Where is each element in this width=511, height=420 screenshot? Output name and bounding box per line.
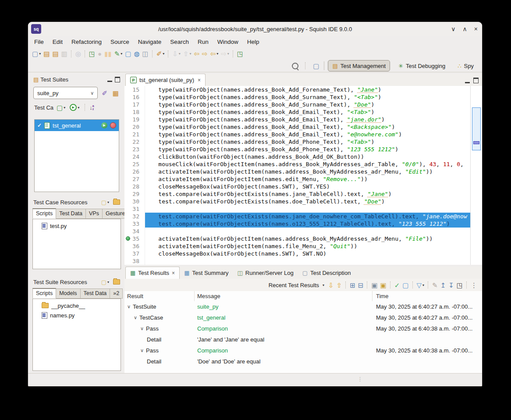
result-row[interactable]: ∨TestSuitesuite_pyMay 30, 2025 at 6:40:2…: [124, 301, 482, 312]
code-line-33[interactable]: 33 test.compare(waitForObjectExists(name…: [124, 220, 471, 228]
code-line-37[interactable]: 37 closeMessageBox(waitForObject(names.S…: [124, 250, 471, 257]
code-line-23[interactable]: 23 type(waitForObject(names.address_Book…: [124, 146, 471, 153]
code-line-24[interactable]: 24 clickButton(waitForObject(names.addre…: [124, 153, 471, 160]
maximize-panel-icon[interactable]: [115, 77, 120, 82]
sort-az-icon[interactable]: ↓az: [89, 104, 94, 111]
import-results-icon[interactable]: ↧: [447, 280, 455, 290]
inspect-icon[interactable]: ◎: [74, 49, 82, 59]
suite-settings-icon[interactable]: ✐: [100, 88, 109, 98]
highlighter-icon[interactable]: ✐▾: [155, 49, 166, 59]
tab-runner-server-log[interactable]: ◫Runner/Server Log: [233, 267, 298, 279]
save-icon[interactable]: ▥: [60, 49, 69, 59]
code-line-18[interactable]: 18 type(waitForObject(names.address_Book…: [124, 108, 471, 116]
column-result[interactable]: Result: [124, 291, 195, 301]
dropdown-arrow-icon[interactable]: ▾: [163, 52, 164, 56]
menu-window[interactable]: Window: [213, 37, 243, 46]
edit-pen-icon[interactable]: ✎▾: [113, 49, 124, 59]
check-icon[interactable]: ✓: [37, 122, 42, 128]
result-row[interactable]: Detail'Doe' and 'Doe' are equal: [124, 356, 482, 367]
code-line-29[interactable]: 29 test.compare(waitForObjectExists(name…: [124, 190, 471, 198]
new-report-icon[interactable]: ▢: [401, 280, 410, 290]
record-test-case-icon[interactable]: [110, 122, 116, 128]
close-button[interactable]: ×: [474, 25, 478, 32]
overview-ruler[interactable]: [470, 86, 482, 265]
filter-icon[interactable]: ▽▾: [415, 280, 426, 290]
pause-icon[interactable]: ▮▮: [103, 49, 113, 59]
code-line-25[interactable]: 25 mouseClick(waitForObjectItem(names.ad…: [124, 160, 471, 168]
next-edit-location-icon[interactable]: ⇨: [201, 49, 209, 59]
list-item-names-py[interactable]: names.py: [33, 310, 121, 320]
record-test-case-icon[interactable]: ▤: [51, 49, 60, 59]
code-line-38[interactable]: 38: [124, 257, 471, 265]
code-line-34[interactable]: 34: [124, 228, 471, 235]
previous-failure-icon[interactable]: ⇧: [335, 280, 344, 290]
record-test-suite-icon[interactable]: ▤: [42, 49, 51, 59]
tab-vps[interactable]: VPs: [86, 209, 103, 219]
code-line-22[interactable]: 22 type(waitForObject(names.address_Book…: [124, 138, 471, 146]
result-row[interactable]: ∨TestCasetst_generalMay 30, 2025 at 6:40…: [124, 312, 482, 323]
breakpoint-icon[interactable]: [126, 236, 130, 241]
dropdown-arrow-icon[interactable]: ▾: [39, 52, 41, 56]
record-icon[interactable]: ●: [96, 49, 103, 59]
result-row[interactable]: ∨PassComparisonMay 30, 2025 at 6:40:38 a…: [124, 345, 482, 356]
maximize-button[interactable]: ∧: [463, 25, 467, 32]
code-editor[interactable]: 15 type(waitForObject(names.address_Book…: [124, 86, 471, 265]
open-perspective-icon[interactable]: ▢: [312, 61, 320, 71]
recent-test-results-dropdown[interactable]: Recent Test Results ▾: [269, 282, 324, 288]
code-line-16[interactable]: 16 type(waitForObject(names.address_Book…: [124, 93, 471, 101]
menu-refactoring[interactable]: Refactoring: [67, 37, 106, 46]
new-wizard-icon[interactable]: ▢: [124, 49, 132, 59]
suite-config-icon[interactable]: ▦: [111, 88, 120, 98]
test-case-row-tst-general[interactable]: ✓ tst_general ▶: [35, 120, 119, 131]
new-test-case-icon[interactable]: ▢▾: [55, 103, 67, 112]
code-line-20[interactable]: 20 type(waitForObject(names.address_Book…: [124, 123, 471, 131]
menu-file[interactable]: File: [30, 37, 48, 46]
result-row[interactable]: ∨PassComparisonMay 30, 2025 at 6:40:38 a…: [124, 323, 482, 334]
show-screenshots-icon[interactable]: ▣: [370, 280, 379, 290]
menu-navigate[interactable]: Navigate: [134, 37, 166, 46]
dropdown-arrow-icon[interactable]: ▾: [189, 52, 191, 56]
back-history-icon[interactable]: ⇦▾: [209, 49, 220, 59]
menu-source[interactable]: Source: [106, 37, 134, 46]
chevron-down-icon[interactable]: ∨: [127, 304, 131, 310]
dropdown-arrow-icon[interactable]: ▾: [422, 283, 424, 287]
list-item--pycache-[interactable]: __pycache__: [33, 301, 121, 310]
video-capture-icon[interactable]: ▣: [379, 280, 388, 290]
tab-scripts[interactable]: Scripts: [32, 208, 56, 219]
new-icon[interactable]: ▢▾: [31, 49, 42, 59]
web-browser-icon[interactable]: ◍: [132, 49, 141, 59]
pin-editor-icon[interactable]: ◳: [236, 49, 245, 59]
perspective-spy[interactable]: ∴Spy: [454, 61, 478, 71]
maximize-editor-icon[interactable]: [473, 78, 479, 83]
launch-aut-icon[interactable]: ◳: [88, 49, 96, 59]
viewport-indicator[interactable]: [472, 107, 481, 150]
result-row[interactable]: Detail'Jane' and 'Jane' are equal: [124, 334, 482, 345]
dropdown-arrow-icon[interactable]: ▾: [227, 52, 229, 56]
run-test-suite-button[interactable]: ▶▾: [68, 103, 81, 112]
chevron-down-icon[interactable]: ∨: [140, 348, 144, 353]
perspective-test-management[interactable]: ▤Test Management: [328, 60, 390, 71]
collapse-all-icon[interactable]: ⊟: [357, 280, 365, 290]
menu-search[interactable]: Search: [166, 37, 193, 46]
menu-help[interactable]: Help: [243, 37, 264, 46]
code-line-35[interactable]: 35 activateItem(waitForObjectItem(names.…: [124, 235, 471, 242]
last-edit-location-icon[interactable]: ⇦: [192, 49, 201, 59]
suite-selector[interactable]: suite_py ∨: [33, 87, 98, 99]
chevron-down-icon[interactable]: ∨: [140, 326, 144, 331]
title-bar[interactable]: sq /usr/local/squish/addressbook/suite_p…: [28, 22, 482, 36]
code-line-19[interactable]: 19 type(waitForObject(names.address_Book…: [124, 116, 471, 123]
new-resource-icon[interactable]: ▢▾: [100, 197, 110, 207]
run-test-case-icon[interactable]: ▶: [101, 122, 107, 128]
list-item-test-py[interactable]: test.py: [33, 221, 121, 231]
open-window-icon[interactable]: ◫: [141, 49, 150, 59]
dropdown-arrow-icon[interactable]: ▾: [179, 52, 181, 56]
code-line-31[interactable]: 31: [124, 205, 471, 213]
tab-scripts[interactable]: Scripts: [32, 288, 56, 299]
export-results-icon[interactable]: ↥: [439, 280, 447, 290]
open-folder-icon[interactable]: [113, 279, 120, 285]
code-line-15[interactable]: 15 type(waitForObject(names.address_Book…: [124, 86, 471, 93]
perspective-test-debugging[interactable]: ✳Test Debugging: [394, 61, 449, 71]
tab-test-data[interactable]: Test Data: [56, 209, 86, 219]
editor-tab-tst-general[interactable]: P tst_general (suite_py) ×: [125, 74, 206, 86]
view-menu-icon[interactable]: ⋮: [469, 280, 479, 290]
